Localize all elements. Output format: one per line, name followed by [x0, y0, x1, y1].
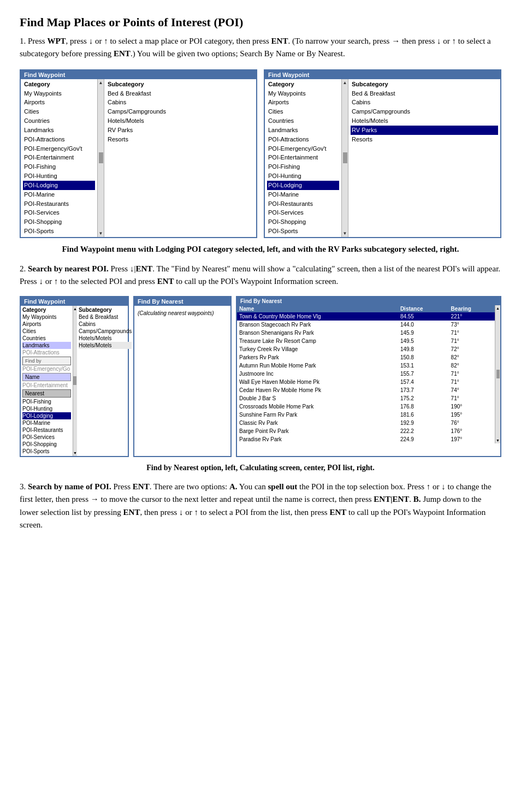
- poi-distance: 173.7: [398, 386, 449, 394]
- scroll-up-icon: ▲: [496, 306, 500, 310]
- list-item: Landmarks: [23, 126, 95, 135]
- poi-name: Cedar Haven Rv Mobile Home Pk: [237, 386, 398, 394]
- poi-distance: 224.9: [398, 435, 449, 443]
- poi-bearing: 82°: [449, 353, 495, 361]
- find-wp-left-body: Category My Waypoints Airports Cities Co…: [21, 306, 128, 456]
- fbn-list-title: Find By Nearest: [237, 297, 500, 305]
- poi-distance: 149.5: [398, 337, 449, 345]
- poi-bearing: 190°: [449, 402, 495, 411]
- calculating-title: Find By Nearest: [134, 297, 230, 306]
- poi-distance: 155.7: [398, 370, 449, 378]
- list-item: Cabins: [106, 98, 254, 107]
- poi-bearing: 73°: [449, 321, 495, 329]
- fbn-col-distance: Distance: [398, 305, 449, 312]
- poi-name: Paradise Rv Park: [237, 435, 398, 443]
- subcat-col-small: Subcategory Bed & Breakfast Cabins Camps…: [77, 306, 133, 456]
- section-3-text: 3. Search by name of POI. Press ENT. The…: [20, 481, 501, 531]
- table-row: Turkey Creek Rv Village 149.8 72°: [237, 345, 495, 353]
- calculating-panel: Find By Nearest (Calculating nearest way…: [133, 296, 232, 457]
- list-item: POI-Entertainment: [267, 153, 339, 162]
- fbn-table: Name Distance Bearing Town & Country Mob…: [237, 305, 495, 443]
- table-row: Crossroads Mobile Home Park 176.8 190°: [237, 402, 495, 411]
- list-item: Countries: [267, 116, 339, 126]
- find-wp-panel-left: Find Waypoint Category My Waypoints Airp…: [20, 296, 129, 457]
- scroll-down: ▼: [73, 451, 77, 455]
- scroll-thumb: [496, 370, 500, 378]
- poi-distance: 175.2: [398, 394, 449, 402]
- poi-bearing: 71°: [449, 370, 495, 378]
- left-cat-scroll: ▲ ▼: [97, 79, 104, 238]
- list-item: Hotels/Motels: [79, 335, 132, 342]
- table-row: Classic Rv Park 192.9 76°: [237, 419, 495, 427]
- right-subcategory-col: Subcategory Bed & Breakfast Cabins Camps…: [348, 79, 500, 238]
- poi-distance: 145.9: [398, 329, 449, 337]
- list-item: Camps/Campgrounds: [79, 328, 132, 335]
- poi-name: Turkey Creek Rv Village: [237, 345, 398, 353]
- list-item: POI-Services: [22, 434, 71, 441]
- poi-bearing: 197°: [449, 435, 495, 443]
- scroll-thumb: [343, 152, 347, 163]
- left-subcategory-col: Subcategory Bed & Breakfast Cabins Camps…: [104, 79, 256, 238]
- intro-paragraph: 1. Press WPT, press ↓ or ↑ to select a m…: [20, 35, 501, 61]
- cat-col-header-small: Category: [22, 307, 71, 313]
- name-btn: Name: [22, 373, 71, 381]
- list-item: Bed & Breakfast: [79, 313, 132, 321]
- poi-bearing: 71°: [449, 378, 495, 386]
- list-item: Cities: [267, 107, 339, 116]
- poi-bearing: 221°: [449, 312, 495, 321]
- poi-name: Classic Rv Park: [237, 419, 398, 427]
- poi-distance: 150.8: [398, 353, 449, 361]
- list-item: Camps/Campgrounds: [351, 107, 498, 116]
- list-item: Countries: [23, 116, 95, 126]
- list-item: POI-Restaurants: [23, 199, 95, 209]
- list-item: Airports: [22, 321, 71, 328]
- find-by-overlay: Find by: [22, 357, 71, 365]
- list-item: POI-Sports: [267, 227, 339, 236]
- left-panel-title: Find Waypoint: [21, 70, 256, 79]
- table-row: Branson Shenanigans Rv Park 145.9 71°: [237, 329, 495, 337]
- list-item: Cities: [23, 107, 95, 116]
- poi-distance: 144.0: [398, 321, 449, 329]
- left-waypoint-panel: Find Waypoint Category My Waypoints Airp…: [20, 69, 257, 239]
- poi-distance: 192.9: [398, 419, 449, 427]
- caption-2: Find by Nearest option, left, Calculatin…: [20, 463, 501, 473]
- list-item: Resorts: [106, 135, 254, 144]
- right-panel-title: Find Waypoint: [265, 70, 500, 79]
- table-row: Double J Bar S 175.2 71°: [237, 394, 495, 402]
- list-item: POI-Services: [267, 208, 339, 217]
- list-item: Bed & Breakfast: [351, 89, 498, 98]
- list-item: POI-Shopping: [22, 441, 71, 448]
- scroll-thumb: [99, 152, 103, 163]
- list-item: POI-Hunting: [22, 405, 71, 412]
- calculating-content: (Calculating nearest waypoints): [134, 306, 230, 321]
- list-item: POI-Restaurants: [267, 199, 339, 209]
- poi-name: Branson Stagecoach Rv Park: [237, 321, 398, 329]
- list-item: Cities: [22, 328, 71, 335]
- right-cat-scroll: ▲ ▼: [341, 79, 348, 238]
- poi-name: Justmoore Inc: [237, 370, 398, 378]
- section-2-text: 2. Search by nearest POI. Press ↓|ENT. T…: [20, 263, 501, 288]
- poi-bearing: 195°: [449, 411, 495, 419]
- right-category-col: Category My Waypoints Airports Cities Co…: [265, 79, 341, 238]
- overlay-container: POI-Attractions Find by: [22, 349, 71, 365]
- top-panels-row: Find Waypoint Category My Waypoints Airp…: [20, 69, 501, 239]
- table-row: Paradise Rv Park 224.9 197°: [237, 435, 495, 443]
- list-item: POI-Lodging: [22, 412, 71, 419]
- poi-name: Sunshine Farm Rv Park: [237, 411, 398, 419]
- list-item: POI-Sports: [22, 448, 71, 455]
- left-category-header: Category: [23, 80, 95, 88]
- poi-distance: 149.8: [398, 345, 449, 353]
- poi-distance: 84.55: [398, 312, 449, 321]
- poi-bearing: 71°: [449, 394, 495, 402]
- table-row: Justmoore Inc 155.7 71°: [237, 370, 495, 378]
- poi-bearing: 82°: [449, 361, 495, 370]
- list-item: Camps/Campgrounds: [106, 107, 254, 116]
- list-item: Landmarks: [267, 126, 339, 135]
- poi-bearing: 76°: [449, 419, 495, 427]
- fbn-list-panel: Find By Nearest Name Distance Bearing To…: [236, 296, 501, 457]
- list-item: POI-Hunting: [23, 171, 95, 181]
- list-item: POI-Shopping: [23, 217, 95, 227]
- fbn-list-body: Name Distance Bearing Town & Country Mob…: [237, 305, 500, 443]
- fbn-scroll-bar: ▲ ▼: [495, 305, 500, 443]
- right-category-header: Category: [267, 80, 339, 88]
